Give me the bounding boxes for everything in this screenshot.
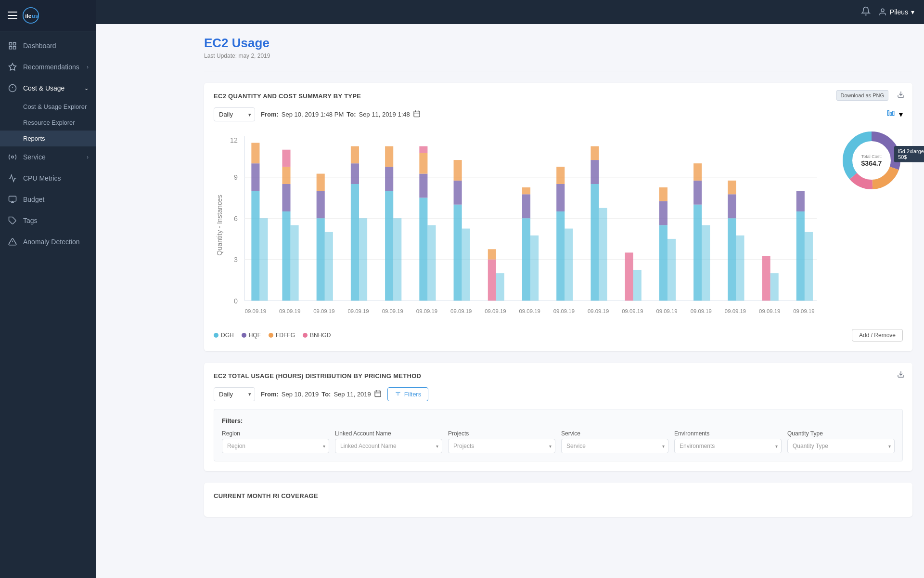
sidebar-sub-resource-explorer[interactable]: Resource Explorer <box>0 115 96 131</box>
svg-text:9: 9 <box>234 173 238 181</box>
svg-rect-100 <box>796 191 805 211</box>
section2-chart-type-select[interactable]: DailyWeeklyMonthly <box>214 387 255 401</box>
filter-environments-select[interactable]: Environments <box>674 439 782 453</box>
filter-environments-wrapper[interactable]: Environments <box>674 439 782 453</box>
svg-rect-44 <box>282 167 290 184</box>
chart-dropdown-icon[interactable]: ▾ <box>899 110 903 119</box>
cpu-metrics-icon <box>8 173 17 183</box>
donut-chart-wrapper: Total Cost: $364.7 i5d.2xlarge: 50$ <box>840 129 903 192</box>
date-range: From: Sep 10, 2019 1:48 PM To: Sep 11, 2… <box>261 110 421 119</box>
hamburger-menu[interactable] <box>8 12 17 19</box>
filter-linked-account-select[interactable]: Linked Account Name <box>335 439 442 453</box>
svg-rect-60 <box>419 174 427 198</box>
legend-item-dgh: DGH <box>214 332 234 339</box>
chart-legend: DGH HQF FDFFG BNHGD Add / Remove <box>214 329 903 342</box>
svg-text:6: 6 <box>234 215 238 223</box>
svg-rect-76 <box>556 184 565 211</box>
filter-service-wrapper[interactable]: Service <box>561 439 668 453</box>
sidebar-item-cpu-metrics[interactable]: CPU Metrics <box>0 168 96 189</box>
legend-label-hqf: HQF <box>249 332 261 339</box>
calendar-icon[interactable] <box>413 110 421 119</box>
svg-text:$364.7: $364.7 <box>861 159 882 167</box>
svg-rect-73 <box>522 187 530 194</box>
sidebar-item-tags[interactable]: Tags <box>0 210 96 231</box>
sidebar-item-cost-usage[interactable]: Cost & Usage ⌄ <box>0 78 96 99</box>
main-content: EC2 Usage Last Update: may 2, 2019 EC2 Q… <box>192 24 924 578</box>
svg-text:09.09.19: 09.09.19 <box>588 308 609 314</box>
filters-title: Filters: <box>222 417 895 424</box>
legend-item-bnhgd: BNHGD <box>303 332 331 339</box>
sidebar-sub-reports[interactable]: Reports <box>0 131 96 146</box>
svg-rect-57 <box>385 146 393 167</box>
chart-type-dropdown[interactable]: DailyWeeklyMonthly <box>214 107 255 121</box>
svg-rect-40 <box>251 143 259 163</box>
svg-rect-62 <box>419 146 427 153</box>
filters-button[interactable]: Filters <box>387 387 428 401</box>
filter-region-select[interactable]: Region <box>222 439 329 453</box>
svg-text:09.09.19: 09.09.19 <box>519 308 540 314</box>
filter-projects-select[interactable]: Projects <box>448 439 555 453</box>
sidebar-item-service[interactable]: Service › <box>0 146 96 168</box>
legend-label-dgh: DGH <box>221 332 234 339</box>
svg-rect-86 <box>659 201 667 225</box>
filter-quantity-type-select[interactable]: Quantity Type <box>787 439 895 453</box>
sidebar-item-dashboard[interactable]: Dashboard <box>0 35 96 56</box>
svg-text:09.09.19: 09.09.19 <box>553 308 575 314</box>
section2-chart-type-dropdown[interactable]: DailyWeeklyMonthly <box>214 387 255 401</box>
svg-point-18 <box>881 9 884 12</box>
legend-label-fdffg: FDFFG <box>276 332 295 339</box>
svg-rect-70 <box>496 273 504 301</box>
chart-type-select[interactable]: DailyWeeklyMonthly <box>214 107 255 121</box>
svg-rect-63 <box>427 225 436 301</box>
sidebar-item-label: Cost & Usage <box>23 84 64 92</box>
svg-rect-43 <box>282 184 290 211</box>
topbar: Pileus ▾ <box>96 0 924 24</box>
to-date: Sep 11, 2019 1:48 <box>359 111 410 118</box>
filter-quantity-type-wrapper[interactable]: Quantity Type <box>787 439 895 453</box>
sidebar-sub-cost-usage-explorer[interactable]: Cost & Usage Explorer <box>0 99 96 115</box>
svg-text:Quantity - Instances: Quantity - Instances <box>216 195 223 256</box>
svg-rect-92 <box>702 225 710 301</box>
section2-to-label: To: <box>321 391 331 398</box>
user-chevron-icon: ▾ <box>911 8 914 16</box>
section2-from-label: From: <box>261 391 279 398</box>
notification-icon[interactable] <box>861 6 871 18</box>
svg-text:12: 12 <box>230 136 238 144</box>
svg-text:3: 3 <box>234 256 238 263</box>
chart-view-icon[interactable] <box>886 109 895 120</box>
filter-region-wrapper[interactable]: Region <box>222 439 329 453</box>
sidebar-item-label: CPU Metrics <box>23 174 61 182</box>
svg-rect-25 <box>890 112 892 116</box>
service-icon <box>8 152 17 162</box>
svg-rect-82 <box>599 208 607 301</box>
svg-rect-53 <box>351 146 359 164</box>
svg-text:0: 0 <box>234 297 238 305</box>
tooltip-value: 50$ <box>898 154 907 160</box>
filter-linked-account-wrapper[interactable]: Linked Account Name <box>335 439 442 453</box>
svg-text:09.09.19: 09.09.19 <box>416 308 437 314</box>
sidebar-item-recommendations[interactable]: Recommendations › <box>0 56 96 78</box>
svg-text:09.09.19: 09.09.19 <box>793 308 814 314</box>
add-remove-button[interactable]: Add / Remove <box>852 329 903 342</box>
download-button-2[interactable] <box>897 370 905 380</box>
filter-service-select[interactable]: Service <box>561 439 668 453</box>
user-menu[interactable]: Pileus ▾ <box>878 8 914 16</box>
svg-rect-72 <box>522 194 530 218</box>
svg-text:09.09.19: 09.09.19 <box>691 308 712 314</box>
svg-rect-87 <box>659 187 667 201</box>
filter-projects-wrapper[interactable]: Projects <box>448 439 555 453</box>
cost-usage-icon <box>8 83 17 93</box>
sidebar-item-anomaly-detection[interactable]: Anomaly Detection <box>0 231 96 252</box>
svg-rect-6 <box>9 47 12 49</box>
chevron-down-icon: ⌄ <box>84 85 89 92</box>
sidebar-item-label: Budget <box>23 196 44 203</box>
svg-rect-38 <box>251 191 259 301</box>
svg-rect-41 <box>259 218 268 301</box>
sidebar-item-budget[interactable]: Budget <box>0 189 96 210</box>
svg-rect-93 <box>728 218 736 301</box>
svg-text:09.09.19: 09.09.19 <box>725 308 746 314</box>
section2-calendar-icon[interactable] <box>374 390 382 399</box>
download-button[interactable] <box>897 91 905 100</box>
legend-label-bnhgd: BNHGD <box>310 332 331 339</box>
svg-rect-45 <box>282 150 290 167</box>
